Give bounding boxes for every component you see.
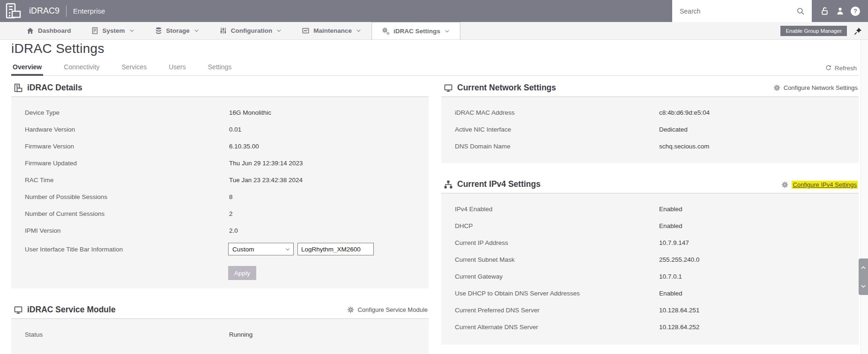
panel-title: Current Network Settings — [457, 83, 556, 93]
nav-item-system[interactable]: System — [81, 22, 145, 39]
page-title: iDRAC Settings — [11, 41, 104, 56]
row-value: 0.01 — [229, 126, 241, 133]
scroll-widget — [859, 258, 868, 295]
row-label: Firmware Updated — [25, 160, 77, 167]
row-label: DHCP — [455, 222, 473, 229]
row-value: Enabled — [659, 222, 683, 229]
panel-header: Current IPv4 Settings Configure IPv4 Set… — [441, 179, 859, 193]
row-label: Current Subnet Mask — [455, 256, 515, 263]
row-value: c8:4b:d6:9d:e5:04 — [659, 109, 710, 116]
row-value: Tue Jan 23 23:42:38 2024 — [229, 177, 303, 184]
search-icon[interactable] — [796, 7, 805, 16]
top-icons: ? — [812, 0, 868, 22]
gear-icon — [347, 306, 354, 313]
row-label: Firmware Version — [25, 143, 74, 150]
panel-header: Current Network Settings Configure Netwo… — [441, 82, 859, 96]
scrollbar-track[interactable] — [861, 40, 868, 354]
row-label: IPv4 Enabled — [455, 206, 492, 213]
refresh-button[interactable]: Refresh — [825, 65, 857, 72]
row-value: 10.7.9.147 — [659, 239, 689, 246]
row-label: Current IP Address — [455, 239, 508, 246]
chevron-down-icon — [276, 28, 282, 34]
network-tree-icon — [444, 180, 453, 189]
panel-body: Device Type 16G Monolithic Hardware Vers… — [11, 97, 429, 288]
chevron-down-icon — [285, 246, 290, 252]
row-value: schq.secious.com — [659, 143, 709, 150]
idrac-page: iDRAC9 Enterprise ? Dashboard System — [0, 0, 868, 354]
configure-ipv4-settings-link[interactable]: Configure IPv4 Settings — [781, 181, 858, 189]
row-label: Number of Possible Sessions — [25, 193, 107, 200]
detail-row: Use DHCP to Obtain DNS Server Addresses … — [441, 285, 859, 302]
search-input[interactable] — [672, 7, 796, 15]
panel-idrac-details: iDRAC Details Device Type 16G Monolithic… — [11, 82, 429, 288]
idrac-logo-icon — [4, 2, 22, 21]
row-label: Status — [25, 331, 43, 338]
lock-icon[interactable] — [820, 6, 830, 16]
panel-header: iDRAC Details — [11, 82, 429, 96]
row-value: Thu Jun 29 12:39:14 2023 — [229, 160, 303, 167]
chevron-down-icon — [356, 28, 362, 34]
row-label: RAC Time — [25, 177, 54, 184]
user-icon[interactable] — [835, 6, 845, 16]
configuration-icon — [219, 27, 227, 35]
configure-service-module-link[interactable]: Configure Service Module — [347, 306, 428, 313]
nav-item-configuration[interactable]: Configuration — [209, 22, 292, 39]
detail-row: Current Alternate DNS Server 10.128.64.2… — [441, 318, 859, 335]
detail-row: Current Subnet Mask 255.255.240.0 — [441, 251, 859, 268]
brand: iDRAC9 Enterprise — [4, 1, 105, 21]
tab-services[interactable]: Services — [120, 63, 148, 75]
search-box — [672, 0, 812, 22]
chevron-down-icon — [193, 28, 200, 34]
row-label: Device Type — [25, 109, 59, 116]
panel-header: iDRAC Service Module Configure Service M… — [11, 304, 429, 318]
row-label: Hardware Version — [25, 126, 75, 133]
title-bar-select[interactable]: Custom — [228, 243, 294, 256]
nav-label: Dashboard — [38, 27, 71, 34]
detail-row: Active NIC Interface Dedicated — [441, 121, 859, 138]
nav-label: iDRAC Settings — [393, 28, 440, 35]
title-bar-input[interactable] — [297, 243, 374, 256]
nav-label: Configuration — [231, 27, 272, 34]
row-label: Current Gateway — [455, 273, 503, 280]
row-label: iDRAC MAC Address — [455, 109, 515, 116]
detail-row: Device Type 16G Monolithic — [11, 104, 429, 121]
apply-button[interactable]: Apply — [228, 266, 256, 280]
row-value: 10.128.64.251 — [659, 307, 699, 314]
enable-group-manager-button[interactable]: Enable Group Manager — [780, 26, 847, 36]
row-value: 10.128.64.252 — [659, 324, 699, 331]
pin-icon[interactable] — [853, 27, 862, 36]
detail-row: RAC Time Tue Jan 23 23:42:38 2024 — [11, 171, 429, 188]
nav-items: Dashboard System Storage Configuration M… — [0, 22, 460, 39]
panel-title: iDRAC Service Module — [27, 305, 116, 315]
nav-item-storage[interactable]: Storage — [145, 22, 209, 39]
nav-item-idrac-settings[interactable]: iDRAC Settings — [371, 22, 460, 39]
panel-body: IPv4 Enabled Enabled DHCP Enabled Curren… — [441, 193, 859, 345]
detail-row: Status Running — [11, 326, 429, 343]
tab-overview[interactable]: Overview — [11, 63, 43, 75]
nav-label: Maintenance — [313, 27, 352, 34]
nav-item-dashboard[interactable]: Dashboard — [16, 22, 81, 39]
configure-network-settings-link[interactable]: Configure Network Settings — [773, 84, 858, 91]
detail-row: IPv4 Enabled Enabled — [441, 200, 859, 217]
top-bar: iDRAC9 Enterprise ? — [0, 0, 868, 22]
row-value: 2 — [229, 210, 233, 217]
help-icon[interactable]: ? — [851, 7, 860, 16]
detail-row: Firmware Updated Thu Jun 29 12:39:14 202… — [11, 155, 429, 171]
tab-users[interactable]: Users — [167, 63, 187, 75]
home-icon — [26, 27, 34, 35]
detail-row: Current Gateway 10.7.0.1 — [441, 268, 859, 285]
tab-settings[interactable]: Settings — [207, 63, 233, 75]
link-label-highlighted: Configure IPv4 Settings — [792, 181, 858, 189]
row-value: 16G Monolithic — [229, 109, 271, 116]
nav-item-maintenance[interactable]: Maintenance — [292, 22, 371, 39]
row-value: 255.255.240.0 — [659, 256, 699, 263]
detail-row: Current IP Address 10.7.9.147 — [441, 234, 859, 251]
panel-body: iDRAC MAC Address c8:4b:d6:9d:e5:04 Acti… — [441, 97, 859, 163]
tab-connectivity[interactable]: Connectivity — [62, 63, 101, 75]
row-value: 2.0 — [229, 227, 238, 234]
server-screen-icon — [14, 83, 23, 93]
detail-row: Number of Possible Sessions 8 — [11, 188, 429, 205]
row-label: Current Alternate DNS Server — [455, 324, 538, 331]
scroll-down-button[interactable] — [859, 277, 868, 295]
scroll-up-button[interactable] — [859, 258, 868, 277]
